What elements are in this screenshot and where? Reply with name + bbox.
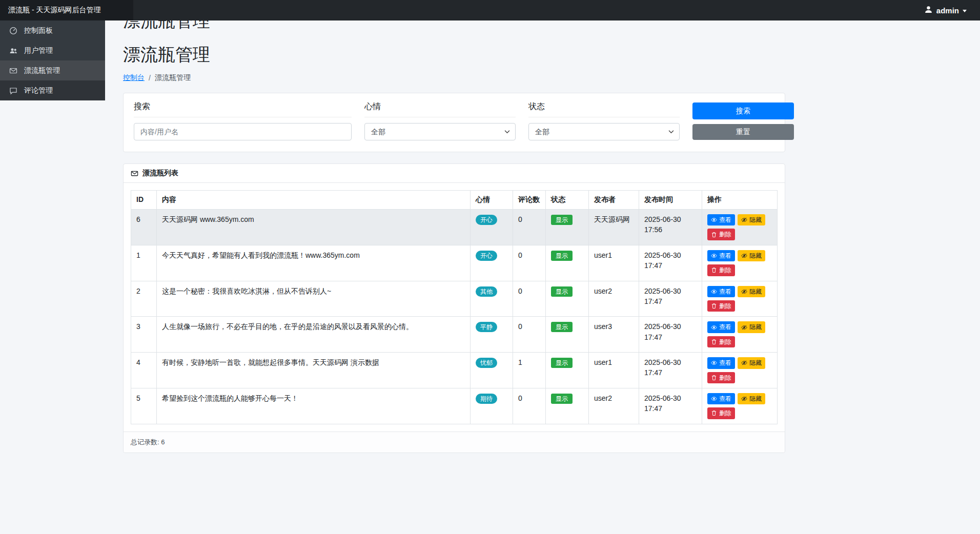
- cell-comments: 0: [513, 245, 546, 281]
- view-button[interactable]: 查看: [707, 286, 735, 297]
- status-select[interactable]: 全部: [528, 123, 680, 140]
- col-actions: 操作: [702, 191, 778, 210]
- breadcrumb-home-link[interactable]: 控制台: [123, 73, 145, 83]
- status-badge: 显示: [551, 322, 573, 332]
- cell-content: 今天天气真好，希望能有人看到我的漂流瓶！www.365ym.com: [157, 245, 471, 281]
- mood-badge: 期待: [476, 394, 497, 404]
- cell-publisher: user2: [589, 388, 639, 424]
- mood-badge: 平静: [476, 322, 497, 332]
- col-mood: 心情: [471, 191, 513, 210]
- mood-filter-group: 心情 全部: [364, 101, 516, 140]
- cell-time: 2025-06-30 17:47: [639, 353, 702, 388]
- hide-button[interactable]: 隐藏: [738, 286, 765, 297]
- sidebar-item-comments[interactable]: 评论管理: [0, 80, 105, 100]
- eye-slash-icon: [741, 396, 747, 402]
- brand-title[interactable]: 漂流瓶 - 天天源码网后台管理: [0, 0, 133, 20]
- mood-label: 心情: [364, 101, 516, 117]
- search-button[interactable]: 搜索: [692, 102, 794, 119]
- hide-button[interactable]: 隐藏: [738, 357, 765, 368]
- view-button[interactable]: 查看: [707, 214, 735, 225]
- cell-content: 天天源码网 www.365ym.com: [157, 210, 471, 245]
- eye-icon: [711, 217, 717, 223]
- cell-content: 人生就像一场旅行，不必在乎目的地，在乎的是沿途的风景以及看风景的心情。: [157, 317, 471, 353]
- row-actions: 查看 隐藏 删除: [707, 393, 772, 419]
- table-row: 2 这是一个秘密：我很喜欢吃冰淇淋，但从不告诉别人~ 其他 0 显示 user2…: [131, 281, 778, 317]
- trash-icon: [711, 232, 717, 238]
- sidebar-item-users[interactable]: 用户管理: [0, 40, 105, 60]
- trash-icon: [711, 267, 717, 273]
- delete-button[interactable]: 删除: [707, 300, 735, 312]
- delete-button[interactable]: 删除: [707, 336, 735, 347]
- hide-button[interactable]: 隐藏: [738, 321, 765, 333]
- view-button[interactable]: 查看: [707, 393, 735, 404]
- cell-content: 有时候，安静地听一首歌，就能想起很多事情。天天源码网 演示数据: [157, 353, 471, 388]
- cell-time: 2025-06-30 17:56: [639, 210, 702, 245]
- cell-comments: 0: [513, 281, 546, 317]
- sidebar-item-label: 用户管理: [24, 46, 53, 55]
- reset-button[interactable]: 重置: [692, 124, 794, 140]
- cell-content: 这是一个秘密：我很喜欢吃冰淇淋，但从不告诉别人~: [157, 281, 471, 317]
- user-name: admin: [936, 6, 959, 15]
- user-icon: [924, 5, 933, 15]
- status-badge: 显示: [551, 394, 573, 404]
- trash-icon: [711, 375, 717, 381]
- eye-slash-icon: [741, 324, 747, 331]
- eye-icon: [711, 360, 717, 366]
- cell-id: 2: [131, 281, 157, 317]
- envelope-icon: [9, 67, 17, 75]
- hide-button[interactable]: 隐藏: [738, 250, 765, 261]
- status-badge: 显示: [551, 286, 573, 297]
- cell-id: 5: [131, 388, 157, 424]
- view-button[interactable]: 查看: [707, 321, 735, 333]
- trash-icon: [711, 339, 717, 345]
- page-title: 漂流瓶管理: [123, 43, 785, 67]
- bottle-list-card: 漂流瓶列表 ID 内容 心情 评论数 状态 发布者 发布时间: [123, 163, 785, 453]
- total-records: 总记录数: 6: [124, 432, 785, 453]
- sidebar-item-dashboard[interactable]: 控制面板: [0, 20, 105, 40]
- breadcrumb-separator: /: [149, 74, 151, 82]
- cell-id: 6: [131, 210, 157, 245]
- mood-badge: 其他: [476, 286, 497, 297]
- row-actions: 查看 隐藏 删除: [707, 286, 772, 312]
- user-menu[interactable]: admin: [924, 5, 980, 15]
- bottle-table-body: 6 天天源码网 www.365ym.com 开心 0 显示 天天源码网 2025…: [131, 210, 778, 424]
- mood-select[interactable]: 全部: [364, 123, 516, 140]
- main-content: 漂流瓶管理 漂流瓶管理 控制台 / 漂流瓶管理 搜索 心情 全部 状态: [105, 20, 785, 453]
- eye-slash-icon: [741, 289, 747, 295]
- bottle-list-header: 漂流瓶列表: [124, 164, 785, 183]
- breadcrumb: 控制台 / 漂流瓶管理: [123, 73, 785, 83]
- delete-button[interactable]: 删除: [707, 372, 735, 383]
- dashboard-icon: [9, 27, 17, 35]
- cell-comments: 0: [513, 388, 546, 424]
- view-button[interactable]: 查看: [707, 250, 735, 261]
- cell-time: 2025-06-30 17:47: [639, 281, 702, 317]
- col-content: 内容: [157, 191, 471, 210]
- table-row: 4 有时候，安静地听一首歌，就能想起很多事情。天天源码网 演示数据 忧郁 1 显…: [131, 353, 778, 388]
- eye-slash-icon: [741, 253, 747, 259]
- delete-button[interactable]: 删除: [707, 264, 735, 276]
- delete-button[interactable]: 删除: [707, 407, 735, 419]
- cell-time: 2025-06-30 17:47: [639, 388, 702, 424]
- trash-icon: [711, 410, 717, 416]
- sidebar-item-bottles[interactable]: 漂流瓶管理: [0, 60, 105, 80]
- sidebar-item-label: 评论管理: [24, 86, 53, 95]
- col-id: ID: [131, 191, 157, 210]
- hide-button[interactable]: 隐藏: [738, 214, 765, 225]
- view-button[interactable]: 查看: [707, 357, 735, 368]
- cell-id: 3: [131, 317, 157, 353]
- status-badge: 显示: [551, 251, 573, 261]
- eye-slash-icon: [741, 360, 747, 366]
- cell-id: 1: [131, 245, 157, 281]
- sidebar-item-label: 漂流瓶管理: [24, 66, 60, 75]
- delete-button[interactable]: 删除: [707, 229, 735, 240]
- mood-badge: 开心: [476, 251, 497, 261]
- search-input[interactable]: [134, 123, 352, 140]
- table-row: 1 今天天气真好，希望能有人看到我的漂流瓶！www.365ym.com 开心 0…: [131, 245, 778, 281]
- cell-publisher: user3: [589, 317, 639, 353]
- search-filter-group: 搜索: [134, 101, 352, 140]
- cell-comments: 1: [513, 353, 546, 388]
- row-actions: 查看 隐藏 删除: [707, 214, 772, 240]
- hide-button[interactable]: 隐藏: [738, 393, 765, 404]
- cell-publisher: user1: [589, 245, 639, 281]
- bottle-list-body: ID 内容 心情 评论数 状态 发布者 发布时间 操作 6 天天源码网 www.…: [124, 183, 785, 432]
